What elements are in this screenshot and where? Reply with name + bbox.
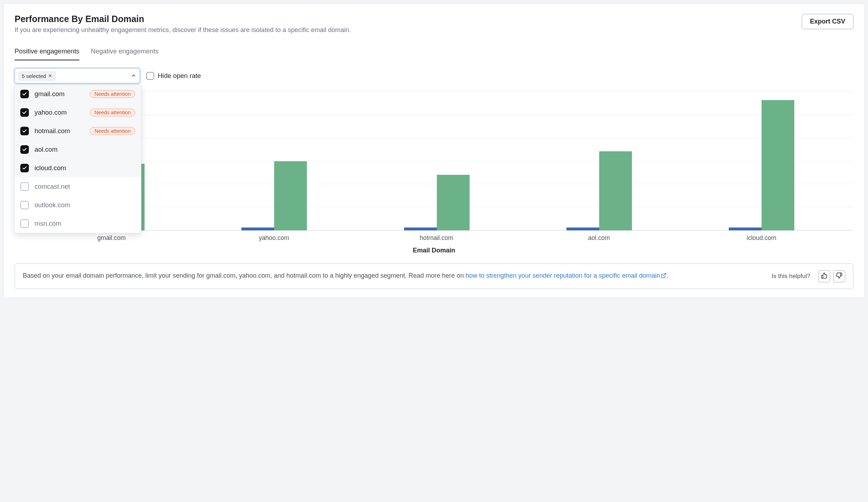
bar-click-rate[interactable] [566, 228, 599, 230]
checkbox-checked-icon [20, 145, 29, 154]
checkbox-icon [146, 72, 154, 80]
x-axis-labels: gmail.comyahoo.comhotmail.comaol.comiclo… [20, 231, 853, 242]
domain-option-aol-com[interactable]: aol.com [15, 140, 141, 159]
domain-option-label: gmail.com [35, 90, 64, 98]
chevron-up-icon [131, 73, 136, 79]
needs-attention-badge: Needs attention [90, 109, 135, 116]
domain-option-icloud-com[interactable]: icloud.com [15, 159, 141, 177]
card-subtitle: If you are experiencing unhealthy engage… [15, 26, 351, 34]
filter-controls: 5 selected ✕ gmail.comNeeds attentionyah… [15, 68, 853, 83]
clear-selection-icon[interactable]: ✕ [48, 73, 52, 79]
selected-count-chip: 5 selected ✕ [19, 72, 56, 80]
chip-label: 5 selected [22, 73, 46, 79]
domain-option-label: aol.com [35, 146, 58, 153]
x-tick-label: gmail.com [30, 234, 193, 242]
card-header: Performance By Email Domain If you are e… [15, 14, 853, 34]
tab-negative-engagements[interactable]: Negative engagements [91, 45, 158, 61]
svg-line-0 [663, 273, 666, 276]
domain-dropdown: gmail.comNeeds attentionyahoo.comNeeds a… [14, 84, 141, 233]
domain-option-label: outlook.com [35, 201, 70, 209]
chart-plot-area [20, 92, 853, 231]
hide-open-rate-toggle[interactable]: Hide open rate [146, 72, 201, 80]
thumbs-up-button[interactable] [818, 270, 830, 282]
thumbs-up-icon [821, 272, 827, 280]
bar-click-rate[interactable] [729, 228, 762, 230]
domain-option-yahoo-com[interactable]: yahoo.comNeeds attention [15, 103, 141, 122]
thumbs-down-icon [836, 272, 842, 280]
bar-click-rate[interactable] [404, 228, 437, 230]
bar-open-rate[interactable] [437, 175, 470, 230]
domain-option-label: icloud.com [35, 164, 66, 172]
tab-positive-engagements[interactable]: Positive engagements [15, 45, 79, 61]
x-tick-label: hotmail.com [355, 234, 518, 242]
engagement-tabs: Positive engagements Negative engagement… [15, 45, 853, 61]
domain-option-hotmail-com[interactable]: hotmail.comNeeds attention [15, 122, 141, 140]
checkbox-unchecked-icon [20, 219, 29, 228]
thumbs-down-button[interactable] [833, 270, 845, 282]
insight-prefix: Based on your email domain performance, … [23, 272, 466, 279]
bar-open-rate[interactable] [274, 161, 307, 231]
bar-group [193, 92, 355, 230]
domain-option-msn-com[interactable]: msn.com [15, 214, 141, 233]
bar-group [518, 92, 680, 230]
bar-click-rate[interactable] [241, 228, 274, 230]
checkbox-unchecked-icon [20, 182, 29, 191]
insight-callout: Based on your email domain performance, … [15, 263, 853, 289]
feedback-buttons [818, 270, 845, 282]
x-tick-label: icloud.com [680, 234, 843, 242]
domain-option-label: yahoo.com [35, 109, 67, 116]
domain-option-label: comcast.net [35, 183, 70, 190]
card-title: Performance By Email Domain [15, 14, 351, 24]
bar-group [355, 92, 518, 230]
checkbox-unchecked-icon [20, 201, 29, 209]
x-tick-label: yahoo.com [193, 234, 355, 242]
insight-text: Based on your email domain performance, … [23, 271, 764, 282]
bar-group [680, 92, 843, 230]
insight-link[interactable]: how to strengthen your sender reputation… [466, 272, 666, 279]
domain-option-gmail-com[interactable]: gmail.comNeeds attention [15, 85, 141, 103]
domain-option-comcast-net[interactable]: comcast.net [15, 177, 141, 196]
checkbox-checked-icon [20, 108, 29, 117]
x-tick-label: aol.com [518, 234, 680, 242]
insight-suffix: . [666, 272, 668, 279]
bar-open-rate[interactable] [762, 100, 794, 230]
domain-multiselect[interactable]: 5 selected ✕ gmail.comNeeds attentionyah… [15, 68, 140, 83]
hide-open-rate-label: Hide open rate [158, 72, 201, 80]
checkbox-checked-icon [20, 164, 29, 172]
external-link-icon [661, 272, 666, 282]
domain-option-label: hotmail.com [35, 127, 70, 135]
needs-attention-badge: Needs attention [90, 127, 135, 135]
checkbox-checked-icon [20, 127, 29, 135]
needs-attention-badge: Needs attention [90, 90, 135, 98]
helpful-label: Is this helpful? [772, 273, 810, 280]
checkbox-checked-icon [20, 90, 29, 98]
export-csv-button[interactable]: Export CSV [802, 14, 853, 29]
x-axis-title: Email Domain [15, 247, 853, 254]
performance-by-domain-card: Performance By Email Domain If you are e… [4, 4, 864, 298]
domain-option-outlook-com[interactable]: outlook.com [15, 196, 141, 214]
bar-open-rate[interactable] [599, 151, 632, 230]
domain-option-label: msn.com [35, 220, 61, 228]
